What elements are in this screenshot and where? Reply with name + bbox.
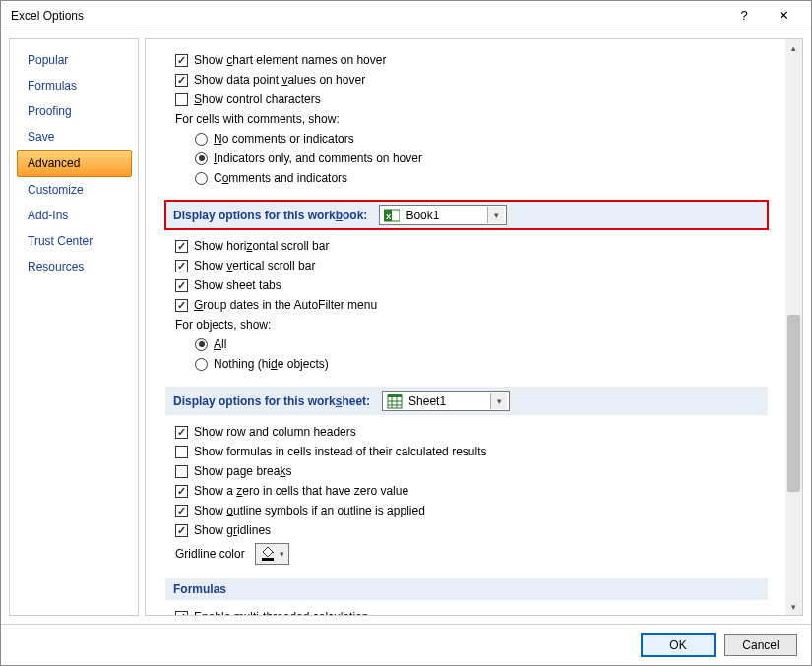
chevron-down-icon: ▾: [490, 393, 507, 409]
label-comments-indicators: Indicators only, and comments on hover: [214, 151, 422, 165]
checkbox-chart-values[interactable]: [175, 74, 188, 87]
checkbox-show-formulas[interactable]: [175, 446, 188, 458]
label-objects-hide: Nothing (hide objects): [214, 357, 329, 371]
sidebar-item-trustcenter[interactable]: Trust Center: [18, 228, 138, 254]
checkbox-row-col-headers[interactable]: [175, 426, 188, 439]
radio-comments-none[interactable]: [195, 133, 208, 146]
excel-sheet-icon: [387, 394, 403, 409]
checkbox-gridlines[interactable]: [175, 524, 188, 537]
label-comments-show: For cells with comments, show:: [175, 112, 340, 126]
gridline-color-button[interactable]: ▾: [255, 543, 289, 565]
sidebar-item-resources[interactable]: Resources: [18, 254, 138, 279]
sidebar-item-proofing[interactable]: Proofing: [18, 98, 138, 124]
worksheet-select-value: Sheet1: [408, 394, 446, 408]
checkbox-outline-symbols[interactable]: [175, 505, 188, 517]
scroll-up-icon[interactable]: ▴: [785, 39, 802, 56]
label-chart-values: Show data point values on hover: [194, 73, 365, 87]
label-hscroll: Show horizontal scroll bar: [194, 239, 329, 253]
checkbox-zero-values[interactable]: [175, 485, 188, 498]
label-chart-names: Show chart element names on hover: [194, 53, 386, 67]
radio-comments-indicators[interactable]: [195, 152, 208, 165]
checkbox-page-breaks[interactable]: [175, 465, 188, 478]
options-content: Show chart element names on hover Show d…: [146, 39, 785, 615]
sidebar-item-formulas[interactable]: Formulas: [18, 73, 138, 98]
label-sheet-tabs: Show sheet tabs: [194, 278, 281, 292]
close-button[interactable]: ✕: [764, 2, 803, 30]
help-button[interactable]: ?: [724, 2, 764, 30]
section-formulas: Formulas: [165, 578, 768, 600]
radio-objects-hide[interactable]: [195, 358, 208, 371]
scroll-thumb[interactable]: [787, 315, 800, 492]
label-gridline-color: Gridline color: [175, 547, 245, 561]
label-gridlines: Show gridlines: [194, 523, 271, 537]
checkbox-sheet-tabs[interactable]: [175, 279, 188, 292]
label-page-breaks: Show page breaks: [194, 464, 291, 478]
section-workbook-display: Display options for this workbook: X Boo…: [165, 201, 768, 229]
label-multithread: Enable multi-threaded calculation: [194, 610, 368, 615]
checkbox-control-chars[interactable]: [175, 93, 188, 106]
worksheet-select[interactable]: Sheet1 ▾: [382, 391, 510, 411]
label-objects-show: For objects, show:: [175, 318, 271, 332]
radio-objects-all[interactable]: [195, 338, 208, 351]
label-zero-values: Show a zero in cells that have zero valu…: [194, 484, 408, 498]
workbook-select-value: Book1: [406, 209, 439, 222]
sidebar-item-popular[interactable]: Popular: [18, 47, 138, 73]
svg-text:X: X: [386, 212, 392, 221]
cancel-button[interactable]: Cancel: [724, 634, 797, 656]
chevron-down-icon: ▾: [280, 549, 284, 559]
label-objects-all: All: [214, 337, 226, 351]
sidebar-item-addins[interactable]: Add-Ins: [18, 203, 138, 228]
label-row-col-headers: Show row and column headers: [194, 425, 356, 439]
label-group-dates: Group dates in the AutoFilter menu: [194, 298, 377, 312]
label-control-chars: Show control characters: [194, 92, 321, 106]
excel-workbook-icon: X: [384, 208, 400, 223]
category-sidebar: Popular Formulas Proofing Save Advanced …: [9, 38, 139, 616]
label-comments-none: No comments or indicators: [214, 132, 354, 146]
vertical-scrollbar[interactable]: ▴ ▾: [785, 39, 802, 615]
checkbox-chart-names[interactable]: [175, 54, 188, 67]
radio-comments-both[interactable]: [195, 172, 208, 185]
workbook-select[interactable]: X Book1 ▾: [379, 205, 507, 225]
scroll-down-icon[interactable]: ▾: [785, 598, 802, 615]
sidebar-item-customize[interactable]: Customize: [18, 177, 138, 203]
label-vscroll: Show vertical scroll bar: [194, 259, 315, 272]
sidebar-item-advanced[interactable]: Advanced: [17, 150, 132, 177]
checkbox-multithread[interactable]: [175, 611, 188, 616]
label-outline-symbols: Show outline symbols if an outline is ap…: [194, 504, 425, 517]
svg-rect-4: [388, 394, 402, 397]
checkbox-vscroll[interactable]: [175, 260, 188, 272]
label-show-formulas: Show formulas in cells instead of their …: [194, 445, 486, 458]
checkbox-hscroll[interactable]: [175, 240, 188, 253]
paint-bucket-icon: [260, 547, 276, 561]
chevron-down-icon: ▾: [487, 207, 504, 223]
section-worksheet-display: Display options for this worksheet: Shee…: [165, 387, 768, 415]
label-comments-both: Comments and indicators: [214, 171, 347, 185]
window-title: Excel Options: [11, 9, 724, 23]
checkbox-group-dates[interactable]: [175, 299, 188, 312]
ok-button[interactable]: OK: [642, 634, 715, 656]
sidebar-item-save[interactable]: Save: [18, 124, 138, 150]
